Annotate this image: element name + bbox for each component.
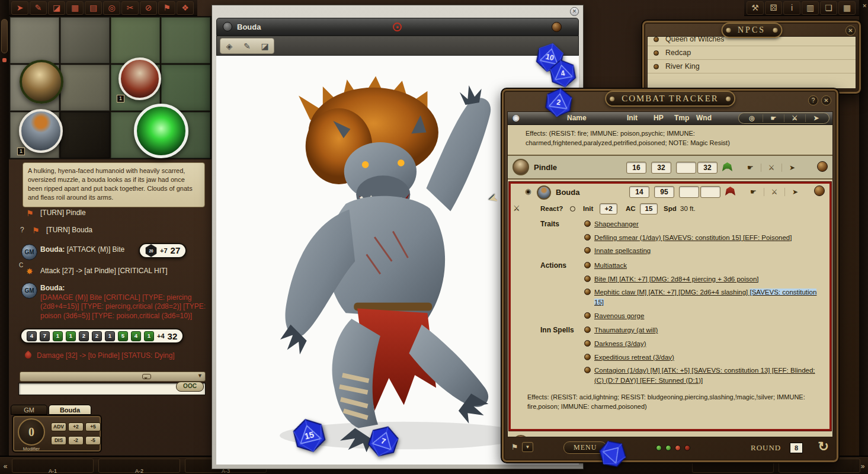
grab-icon[interactable]: ☛ <box>743 188 764 196</box>
select-tool-icon[interactable]: ◈ <box>222 41 237 51</box>
radial-menu-button[interactable] <box>817 161 828 172</box>
draw-tool-icon[interactable]: ✎ <box>239 41 255 51</box>
d20-die[interactable]: 2 <box>543 86 575 119</box>
wnd-field[interactable]: 32 <box>697 162 718 174</box>
npc-name[interactable]: River King <box>665 62 700 71</box>
tracker-entry-pindle[interactable]: Pindle 16 32 32 ☛ ⚔ ➤ <box>508 156 832 180</box>
roll-bullet-icon[interactable] <box>584 326 591 333</box>
panel-button[interactable]: ❏ <box>820 1 837 15</box>
close-button[interactable]: ✕ <box>570 7 579 16</box>
npc-list-item[interactable]: River King <box>648 60 856 73</box>
minus5-button[interactable]: -5 <box>85 436 101 445</box>
action-item[interactable]: Bite [M] [ATK: +7] [DMG: 2d8+4 piercing … <box>584 273 824 286</box>
attacks-icon[interactable]: ⚔ <box>764 188 784 196</box>
attacks-icon[interactable]: ⚔ <box>761 164 781 172</box>
trait-item[interactable]: Shapechanger <box>584 217 824 231</box>
modifier-stack[interactable]: 0 <box>18 418 45 446</box>
token-ranger[interactable] <box>20 60 63 104</box>
ac-field[interactable]: 15 <box>640 203 658 214</box>
identity-tab-bouda[interactable]: Bouda <box>49 405 91 415</box>
dice-button[interactable]: ⚄ <box>765 1 782 15</box>
damage-roll-result[interactable]: 4 7 1 1 2 2 1 5 4 1 +4 32 <box>20 328 184 344</box>
action-item[interactable]: Multiattack <box>584 259 824 273</box>
grid-tool-button[interactable]: ▦ <box>66 1 84 15</box>
tracker-entry-bouda-active[interactable]: ◉ Bouda 14 95 ☛ ⚔ ➤ ⚔ <box>509 182 831 431</box>
spell-item[interactable]: Thaumaturgy (at will) <box>584 324 824 337</box>
chat-filter-bar[interactable]: ▼ <box>20 371 206 382</box>
init-mod-field[interactable]: +2 <box>600 203 617 214</box>
visibility-eye-icon[interactable]: ◉ <box>513 113 519 122</box>
combatant-name[interactable]: Pindle <box>534 163 557 172</box>
erase-tool-icon[interactable]: ◪ <box>257 41 273 51</box>
bouda-main-row[interactable]: ◉ Bouda 14 95 ☛ ⚔ ➤ <box>511 184 829 201</box>
layers-tool-button[interactable]: ▤ <box>85 1 102 15</box>
action-item[interactable]: Ravenous gorge <box>584 309 824 323</box>
status-helmet-icon[interactable] <box>725 187 735 196</box>
targeting-icon[interactable]: ◎ <box>741 114 763 122</box>
wnd-field[interactable] <box>700 186 720 198</box>
token-cleric[interactable] <box>118 57 161 100</box>
eraser-tool-button[interactable]: ◪ <box>48 1 65 15</box>
book-button[interactable]: ▥ <box>802 1 819 15</box>
chevron-down-icon[interactable]: ▼ <box>197 373 203 379</box>
help-button[interactable]: ? <box>808 95 818 105</box>
token-bouda[interactable] <box>19 109 63 153</box>
attack-roll-result[interactable]: 20 +7 27 <box>139 243 187 258</box>
npc-name[interactable]: Redcap <box>665 49 691 57</box>
attacks-icon[interactable]: ⚔ <box>784 114 805 122</box>
flag-tool-button[interactable]: ⚑ <box>158 1 175 15</box>
next-actor-dropdown[interactable]: ▼ <box>522 442 533 452</box>
roll-bullet-icon[interactable] <box>584 247 591 254</box>
tmp-field[interactable] <box>679 186 699 198</box>
trait-item[interactable]: Defiling smear (1/day) [SAVEVS: constitu… <box>584 231 824 245</box>
npcs-window-title[interactable]: NPCS <box>721 23 782 38</box>
spell-item[interactable]: Darkness (3/day) <box>584 337 824 351</box>
roll-bullet-icon[interactable] <box>584 220 591 227</box>
image-window-titlebar[interactable]: Bouda <box>216 18 579 36</box>
info-button[interactable]: i <box>783 1 800 15</box>
roll-bullet-icon[interactable] <box>584 276 591 282</box>
npc-list-item[interactable]: Redcap <box>648 46 856 60</box>
init-field[interactable]: 16 <box>626 162 646 174</box>
portrait-token[interactable] <box>513 435 529 437</box>
token-shambler[interactable] <box>134 104 188 158</box>
roll-bullet-icon[interactable] <box>584 354 591 360</box>
hp-field[interactable]: 32 <box>651 162 671 174</box>
identity-tab-gm[interactable]: GM <box>11 405 47 415</box>
pointer-tool-button[interactable]: ➤ <box>11 1 28 15</box>
hotbar-left-arrow[interactable]: « <box>1 460 9 472</box>
tmp-field[interactable] <box>676 162 696 174</box>
left-scroll-strip[interactable] <box>0 0 9 474</box>
tracker-entry-xamot[interactable]: Xamot 11 45 <box>508 432 832 437</box>
minus2-button[interactable]: -2 <box>68 436 84 445</box>
ooc-button[interactable]: OOC <box>176 382 204 392</box>
faction-icon[interactable]: ➤ <box>805 114 827 122</box>
radial-menu-button[interactable] <box>552 22 562 32</box>
visibility-eye-icon[interactable]: ◉ <box>525 187 531 196</box>
roll-bullet-icon[interactable] <box>584 367 591 373</box>
roll-bullet-icon[interactable] <box>584 312 591 319</box>
combatant-name[interactable]: Bouda <box>556 188 579 197</box>
turn-flag-button[interactable]: ⚑ <box>511 443 518 451</box>
hp-field[interactable]: 95 <box>654 186 674 198</box>
action-item-selected[interactable]: Mephitic claw [M] [ATK: +7] [DMG: 2d6+4 … <box>584 286 824 309</box>
grab-icon[interactable]: ☛ <box>740 164 761 172</box>
target-tool-button[interactable]: ◎ <box>103 1 120 15</box>
plus2-button[interactable]: +2 <box>68 422 84 431</box>
spell-item[interactable]: Contagion (1/day) [M] [ATK: +5] [SAVEVS:… <box>584 364 824 387</box>
faction-icon[interactable]: ➤ <box>784 188 805 196</box>
draw-tool-button[interactable]: ✎ <box>30 1 47 15</box>
roll-bullet-icon[interactable] <box>584 262 591 268</box>
plus5-button[interactable]: +5 <box>85 422 101 431</box>
dis-button[interactable]: DIS <box>51 436 66 445</box>
tools-button[interactable]: ⚒ <box>747 1 764 15</box>
share-tool-button[interactable]: ❖ <box>177 1 194 15</box>
trait-item[interactable]: Innate spellcasting <box>584 244 824 258</box>
scroll-thumb[interactable] <box>1 19 8 53</box>
grab-icon[interactable]: ☛ <box>763 114 784 122</box>
portrait-token[interactable] <box>513 159 529 175</box>
npc-name[interactable]: Queen of Witches <box>665 36 724 43</box>
table-button[interactable]: ▦ <box>838 1 856 15</box>
block-tool-button[interactable]: ⊘ <box>140 1 157 15</box>
portrait-token[interactable] <box>537 185 551 200</box>
